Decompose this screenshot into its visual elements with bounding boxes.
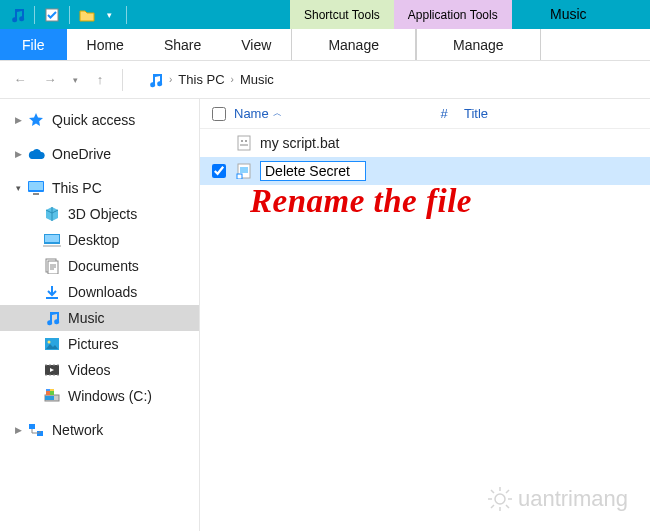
sidebar-item-label: Music	[68, 310, 105, 326]
music-note-icon	[42, 308, 62, 328]
chevron-right-icon: ›	[169, 74, 172, 85]
file-row[interactable]	[200, 157, 650, 185]
recent-dropdown[interactable]: ▾	[68, 68, 82, 92]
checkbox-qat-icon[interactable]	[43, 6, 61, 24]
view-tab[interactable]: View	[221, 29, 291, 60]
sun-icon	[486, 485, 514, 513]
divider	[122, 69, 123, 91]
sidebar-item-label: Downloads	[68, 284, 137, 300]
share-tab[interactable]: Share	[144, 29, 221, 60]
application-tools-tab[interactable]: Application Tools	[394, 0, 512, 29]
network-icon	[26, 420, 46, 440]
sidebar-item-downloads[interactable]: Downloads	[0, 279, 199, 305]
file-tab[interactable]: File	[0, 29, 67, 60]
watermark-text: uantrimang	[518, 486, 628, 512]
column-headers: Name ︿ # Title	[200, 99, 650, 129]
drive-icon	[42, 386, 62, 406]
sidebar-item-videos[interactable]: Videos	[0, 357, 199, 383]
forward-button[interactable]: →	[38, 68, 62, 92]
home-tab[interactable]: Home	[67, 29, 144, 60]
bat-file-icon	[234, 133, 254, 153]
videos-icon	[42, 360, 62, 380]
sidebar-item-label: Desktop	[68, 232, 119, 248]
svg-point-11	[48, 341, 51, 344]
manage-shortcut-tab[interactable]: Manage	[291, 29, 416, 60]
navigation-pane: ▶ Quick access ▶ OneDrive ▾ This PC 3D O…	[0, 99, 200, 531]
dropdown-qat-icon[interactable]: ▾	[100, 6, 118, 24]
music-note-icon	[147, 72, 163, 88]
svg-rect-26	[237, 174, 242, 179]
svg-rect-19	[29, 424, 35, 429]
address-bar: ← → ▾ ↑ › This PC › Music	[0, 61, 650, 99]
svg-rect-18	[50, 389, 54, 391]
svg-rect-5	[45, 235, 59, 242]
rename-input[interactable]	[260, 161, 366, 181]
shortcut-file-icon	[234, 161, 254, 181]
shortcut-tools-tab[interactable]: Shortcut Tools	[290, 0, 394, 29]
main-split: ▶ Quick access ▶ OneDrive ▾ This PC 3D O…	[0, 99, 650, 531]
sidebar-item-quick-access[interactable]: ▶ Quick access	[0, 107, 199, 133]
svg-rect-17	[46, 389, 50, 391]
sidebar-item-documents[interactable]: Documents	[0, 253, 199, 279]
ribbon: File Home Share View Manage Manage	[0, 29, 650, 61]
svg-rect-2	[29, 182, 43, 190]
svg-line-34	[491, 505, 494, 508]
contextual-tabs: Shortcut Tools Application Tools	[290, 0, 512, 29]
sidebar-item-label: Videos	[68, 362, 111, 378]
sidebar-item-label: Documents	[68, 258, 139, 274]
svg-point-23	[245, 140, 247, 142]
sidebar-item-desktop[interactable]: Desktop	[0, 227, 199, 253]
chevron-right-icon: ›	[231, 74, 234, 85]
desktop-icon	[42, 230, 62, 250]
column-name[interactable]: Name ︿	[234, 106, 424, 121]
monitor-icon	[26, 178, 46, 198]
sidebar-item-label: 3D Objects	[68, 206, 137, 222]
select-all-checkbox[interactable]	[212, 107, 234, 121]
file-list-pane: Name ︿ # Title my script.bat Rename the …	[200, 99, 650, 531]
documents-icon	[42, 256, 62, 276]
breadcrumb-music[interactable]: Music	[240, 72, 274, 87]
sidebar-item-this-pc[interactable]: ▾ This PC	[0, 175, 199, 201]
expand-icon[interactable]: ▶	[10, 425, 26, 435]
sidebar-item-label: Windows (C:)	[68, 388, 152, 404]
window-title: Music	[550, 6, 587, 22]
back-button[interactable]: ←	[8, 68, 32, 92]
star-icon	[26, 110, 46, 130]
sidebar-item-label: Quick access	[52, 112, 135, 128]
row-checkbox[interactable]	[212, 164, 234, 178]
downloads-icon	[42, 282, 62, 302]
breadcrumb-this-pc[interactable]: This PC	[178, 72, 224, 87]
svg-line-33	[506, 505, 509, 508]
sidebar-item-onedrive[interactable]: ▶ OneDrive	[0, 141, 199, 167]
svg-line-32	[491, 490, 494, 493]
sidebar-item-label: Network	[52, 422, 103, 438]
up-button[interactable]: ↑	[88, 68, 112, 92]
folder-qat-icon[interactable]	[78, 6, 96, 24]
collapse-icon[interactable]: ▾	[10, 183, 26, 193]
column-label: Name	[234, 106, 269, 121]
column-title[interactable]: Title	[464, 106, 544, 121]
cloud-icon	[26, 144, 46, 164]
music-note-icon[interactable]	[8, 6, 26, 24]
sidebar-item-pictures[interactable]: Pictures	[0, 331, 199, 357]
svg-point-27	[495, 494, 505, 504]
manage-application-tab[interactable]: Manage	[416, 29, 541, 60]
sidebar-item-music[interactable]: Music	[0, 305, 199, 331]
column-track-number[interactable]: #	[424, 106, 464, 121]
svg-rect-25	[240, 167, 248, 173]
pictures-icon	[42, 334, 62, 354]
sidebar-item-label: OneDrive	[52, 146, 111, 162]
sidebar-item-windows-c[interactable]: Windows (C:)	[0, 383, 199, 409]
svg-rect-6	[43, 245, 61, 247]
sidebar-item-3d-objects[interactable]: 3D Objects	[0, 201, 199, 227]
breadcrumb[interactable]: › This PC › Music	[147, 72, 274, 88]
expand-icon[interactable]: ▶	[10, 115, 26, 125]
svg-rect-21	[238, 136, 250, 150]
expand-icon[interactable]: ▶	[10, 149, 26, 159]
sort-asc-icon: ︿	[273, 107, 282, 120]
file-row[interactable]: my script.bat	[200, 129, 650, 157]
sidebar-item-network[interactable]: ▶ Network	[0, 417, 199, 443]
watermark: uantrimang	[486, 485, 628, 513]
svg-rect-9	[46, 297, 58, 299]
file-name: my script.bat	[260, 135, 339, 151]
